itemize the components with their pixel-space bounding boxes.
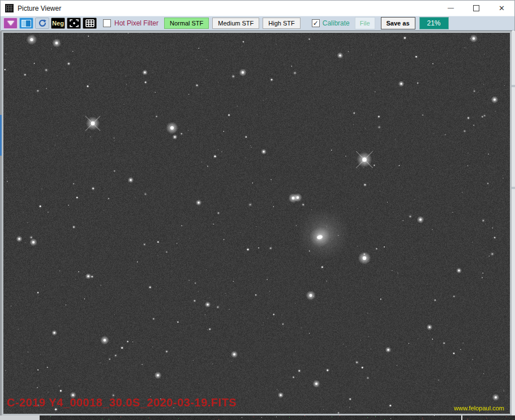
calibrate-label: Calibrate xyxy=(323,19,350,27)
save-as-button[interactable]: Save as xyxy=(381,17,415,29)
zoom-level-badge: 21% xyxy=(419,17,449,29)
split-panes-icon xyxy=(22,20,31,27)
app-icon xyxy=(5,4,14,12)
vertical-scrollbar[interactable] xyxy=(511,31,515,420)
grid-button[interactable] xyxy=(83,18,97,29)
background-taskbar-fragment xyxy=(0,415,40,420)
hot-pixel-filter-checkbox[interactable] xyxy=(103,19,111,27)
window-title: Picture Viewer xyxy=(18,5,61,12)
background-window-tab xyxy=(0,115,2,156)
center-crosshair-button[interactable] xyxy=(67,18,81,29)
crosshair-brackets-icon xyxy=(70,19,79,27)
maximize-icon xyxy=(473,5,479,11)
hot-pixel-filter-label: Hot Pixel Filter xyxy=(114,19,158,27)
close-icon: ✕ xyxy=(499,4,505,12)
picture-viewer-window: Picture Viewer — ✕ Neg xyxy=(0,0,515,420)
title-bar: Picture Viewer — ✕ xyxy=(1,1,514,16)
toolbar: Neg Hot Pixel Filter Normal STF Medium S… xyxy=(1,16,514,31)
background-window-strip xyxy=(0,415,515,420)
file-button[interactable]: File xyxy=(355,17,375,29)
watermark-text: www.felopaul.com xyxy=(454,405,504,412)
split-view-button[interactable] xyxy=(19,18,33,29)
starfield-image xyxy=(3,33,510,414)
refresh-button[interactable] xyxy=(35,18,49,29)
window-controls: — ✕ xyxy=(438,1,514,16)
medium-stf-button[interactable]: Medium STF xyxy=(212,18,259,29)
fits-filename-overlay: C-2019 Y4_00018_30.0S_2020-03-19.FITS xyxy=(7,396,237,409)
minimize-icon: — xyxy=(448,4,454,11)
minimize-button[interactable]: — xyxy=(438,1,464,16)
check-icon: ✓ xyxy=(313,20,319,27)
scrollbar-mark xyxy=(512,85,515,87)
background-image-fragment xyxy=(40,415,515,420)
normal-stf-button[interactable]: Normal STF xyxy=(164,18,209,29)
negative-button[interactable]: Neg xyxy=(51,18,65,29)
chevron-down-icon xyxy=(7,21,14,25)
close-button[interactable]: ✕ xyxy=(489,1,514,16)
high-stf-button[interactable]: High STF xyxy=(263,18,300,29)
calibrate-checkbox[interactable]: ✓ xyxy=(312,19,320,27)
left-window-edge xyxy=(0,31,2,415)
dropdown-menu-button[interactable] xyxy=(3,18,18,29)
refresh-icon xyxy=(38,19,47,28)
scrollbar-mark xyxy=(512,187,515,189)
maximize-button[interactable] xyxy=(464,1,489,16)
grid-icon xyxy=(85,19,95,27)
image-viewport[interactable]: C-2019 Y4_00018_30.0S_2020-03-19.FITS ww… xyxy=(2,31,512,415)
